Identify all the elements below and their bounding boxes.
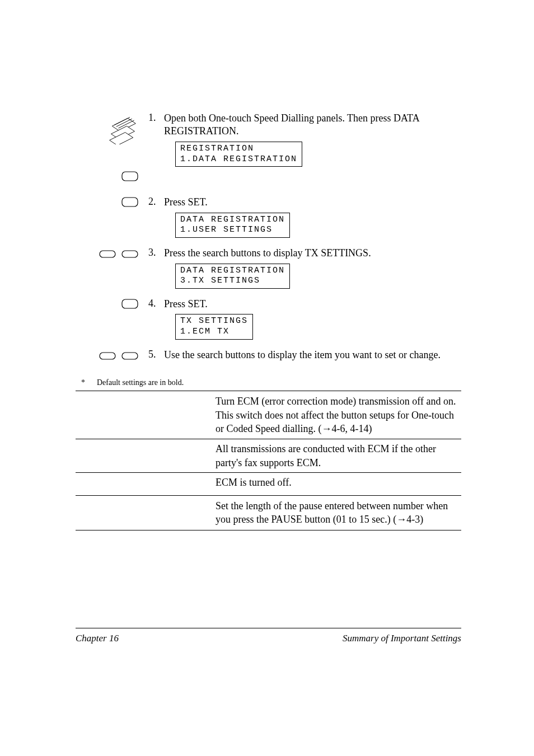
step-number: 3. [148, 247, 164, 259]
step-row: 2. Press SET. DATA REGISTRATION 1.USER S… [76, 196, 461, 238]
lcd-display: TX SETTINGS 1.ECM TX [175, 314, 253, 340]
svg-rect-7 [122, 198, 138, 206]
footnote: * Default settings are in bold. [76, 378, 461, 387]
step-number: 5. [148, 349, 164, 360]
footnote-text: Default settings are in bold. [97, 378, 184, 387]
step-text: Press SET. [164, 298, 461, 311]
page-footer: Chapter 16 Summary of Important Settings [76, 628, 461, 644]
step-number: 1. [148, 112, 164, 124]
step-text: Press SET. [164, 196, 461, 209]
lcd-display: REGISTRATION 1.DATA REGISTRATION [175, 142, 302, 167]
step-row: 1. Open both One-touch Speed Dialling pa… [76, 112, 461, 167]
step-row: 5. Use the search buttons to display the… [76, 349, 461, 365]
button-icon [121, 171, 138, 185]
button-icon [121, 197, 138, 210]
step-number: 2. [148, 196, 164, 208]
svg-rect-10 [122, 299, 138, 308]
table-row: Turn ECM (error correction mode) transmi… [76, 391, 461, 495]
step-text: Use the search buttons to display the it… [164, 349, 461, 361]
settings-table: Turn ECM (error correction mode) transmi… [76, 391, 461, 530]
button-icon [121, 299, 138, 312]
svg-rect-12 [122, 353, 138, 359]
search-buttons-icon [99, 350, 138, 361]
dial-panel-icon [107, 113, 138, 147]
step-text: Press the search buttons to display TX S… [164, 247, 461, 260]
step-number: 4. [148, 298, 164, 309]
step-text: Open both One-touch Speed Dialling panel… [164, 112, 461, 138]
svg-rect-6 [122, 172, 138, 181]
setting-sub-description: All transmissions are conducted with ECM… [216, 442, 461, 469]
search-buttons-icon [99, 248, 138, 259]
setting-sub-description: ECM is turned off. [216, 476, 461, 489]
table-row: Set the length of the pause entered betw… [76, 495, 461, 530]
lcd-display: DATA REGISTRATION 1.USER SETTINGS [175, 213, 290, 238]
step-row-extra-icon [76, 170, 461, 185]
svg-rect-11 [100, 353, 115, 359]
footer-right: Summary of Important Settings [343, 633, 461, 644]
lcd-display: DATA REGISTRATION 3.TX SETTINGS [175, 264, 290, 289]
svg-rect-8 [100, 251, 115, 257]
setting-description: Turn ECM (error correction mode) transmi… [216, 395, 461, 435]
setting-description: Set the length of the pause entered betw… [216, 499, 461, 527]
footnote-marker: * [81, 378, 85, 387]
footer-left: Chapter 16 [76, 633, 119, 644]
step-row: 3. Press the search buttons to display T… [76, 247, 461, 289]
svg-rect-9 [122, 251, 138, 257]
step-row: 4. Press SET. TX SETTINGS 1.ECM TX [76, 298, 461, 340]
